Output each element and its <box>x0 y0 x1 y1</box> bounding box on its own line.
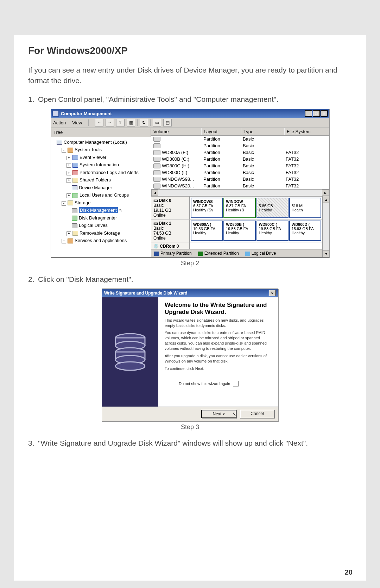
wizard-cancel-button[interactable]: Cancel <box>240 410 274 418</box>
page-number: 20 <box>345 568 353 576</box>
wizard-p3: After you upgrade a disk, you cannot use… <box>165 353 272 364</box>
legend-extended: Extended Partition <box>204 251 239 256</box>
step-1: 1.Open Control panel, "Administrative To… <box>28 94 352 105</box>
wizard-title: Write Signature and Upgrade Disk Wizard <box>104 291 187 296</box>
volume-row[interactable]: WINDOWS20... PartitionBasicFAT32 <box>151 182 329 189</box>
volume-row[interactable]: WD800D (I:) PartitionBasicFAT32 <box>151 169 329 176</box>
tree-header: Tree <box>51 128 151 137</box>
step-2-text: Click on "Disk Management". <box>38 275 133 283</box>
step-2: 2.Click on "Disk Management". <box>28 274 352 285</box>
header-banner <box>0 0 380 35</box>
col-filesystem[interactable]: File System <box>285 128 329 135</box>
wizard-window: Write Signature and Upgrade Disk Wizard … <box>102 289 278 421</box>
cursor-icon: ↖ <box>119 208 123 213</box>
wizard-p1: This wizard writes signatures on new dis… <box>165 318 272 328</box>
wizard-p4: To continue, click Next. <box>165 366 272 371</box>
svg-point-6 <box>115 362 145 370</box>
toolbar: ← → ⇧ ▦ ↻ ▭ ▤ <box>95 119 172 126</box>
volume-row[interactable]: WD800C (H:) PartitionBasicFAT32 <box>151 162 329 169</box>
tree-defrag[interactable]: Disk Defragmenter <box>66 214 150 222</box>
disk-row-cdrom[interactable]: 💿 CDRom 0 <box>151 242 322 249</box>
volume-columns: Volume Layout Type File System <box>151 128 329 136</box>
disk-row[interactable]: 🖴 Disk 1Basic74.53 GBOnline WD800A (19.5… <box>151 219 322 242</box>
tree-local-users[interactable]: +Local Users and Groups <box>66 191 150 199</box>
tree-removable[interactable]: +Removable Storage <box>66 229 150 237</box>
window-icon <box>52 110 59 117</box>
refresh-button[interactable]: ↻ <box>140 119 148 126</box>
tree-storage[interactable]: -Storage <box>62 199 150 207</box>
legend: Primary Partition Extended Partition Log… <box>151 249 322 257</box>
up-button[interactable]: ⇧ <box>116 119 125 126</box>
tree-perf-logs[interactable]: +Performance Logs and Alerts <box>66 169 150 177</box>
tree-system-tools[interactable]: -System Tools <box>62 146 150 154</box>
step-3: 3."Write Signature and Upgrade Disk Wiza… <box>28 438 352 448</box>
wizard-titlebar: Write Signature and Upgrade Disk Wizard … <box>102 289 278 297</box>
wizard-sidebar-image <box>102 297 158 407</box>
window-title: Computer Management <box>61 111 112 116</box>
intro-text: If you can see a new entry under Disk dr… <box>28 65 352 86</box>
tree-services[interactable]: +Services and Applications <box>62 237 150 245</box>
wizard-next-button[interactable]: Next > <box>201 410 236 418</box>
tree-device-manager[interactable]: Device Manager <box>66 184 150 192</box>
show-button[interactable]: ▦ <box>127 119 135 126</box>
wizard-dont-show-checkbox[interactable] <box>233 381 239 386</box>
wizard-dont-show-label: Do not show this wizard again <box>179 382 230 386</box>
caption-step2: Step 2 <box>28 260 352 267</box>
forward-button[interactable]: → <box>106 119 114 126</box>
menu-view[interactable]: View <box>72 120 82 125</box>
wizard-heading: Welcome to the Write Signature and Upgra… <box>165 302 272 316</box>
legend-logical: Logical Drive <box>252 251 276 256</box>
disk-map: 🖴 Disk 0Basic19.11 GBOnline WINDOWS6.37 … <box>151 196 322 249</box>
step-1-text: Open Control panel, "Administrative Tool… <box>38 95 278 103</box>
caption-step3: Step 3 <box>28 423 352 431</box>
step-3-text: "Write Signature and Upgrade Disk Wizard… <box>38 439 308 447</box>
disk-row[interactable]: 🖴 Disk 0Basic19.11 GBOnline WINDOWS6.37 … <box>151 197 322 219</box>
col-layout[interactable]: Layout <box>202 128 241 135</box>
wizard-footer: Next >↖ Cancel <box>102 407 278 421</box>
back-button[interactable]: ← <box>95 119 103 126</box>
cursor-icon: ↖ <box>232 411 236 419</box>
wizard-close-button[interactable]: × <box>269 290 276 296</box>
volume-row[interactable]: PartitionBasic <box>151 142 329 149</box>
menubar: Action View ← → ⇧ ▦ ↻ ▭ ▤ <box>51 118 329 128</box>
col-volume[interactable]: Volume <box>151 128 202 135</box>
h-scrollbar[interactable]: ◄► <box>151 189 329 196</box>
tool-button-2[interactable]: ▤ <box>163 119 172 126</box>
volume-row[interactable]: PartitionBasic <box>151 136 329 142</box>
tree-system-info[interactable]: +System Information <box>66 161 150 169</box>
v-scrollbar[interactable]: ▲▼ <box>322 196 329 257</box>
maximize-button[interactable]: □ <box>313 110 320 117</box>
wizard-content: Welcome to the Write Signature and Upgra… <box>158 297 278 407</box>
page-heading: For Windows2000/XP <box>28 45 352 56</box>
window-titlebar: Computer Management _ □ × <box>51 109 329 118</box>
tree-shared-folders[interactable]: +Shared Folders <box>66 176 150 184</box>
menu-action[interactable]: Action <box>53 120 66 125</box>
close-button[interactable]: × <box>321 110 328 117</box>
right-pane: Volume Layout Type File System Partition… <box>151 128 329 257</box>
tree-root[interactable]: Computer Management (Local) <box>57 138 150 146</box>
tree-logical-drives[interactable]: Logical Drives <box>66 222 150 229</box>
computer-management-window: Computer Management _ □ × Action View ← … <box>51 109 329 258</box>
tree-pane: Tree Computer Management (Local) -System… <box>51 128 151 257</box>
wizard-p2: You can use dynamic disks to create soft… <box>165 330 272 351</box>
volume-row[interactable]: WD800A (F:) PartitionBasicFAT32 <box>151 149 329 156</box>
volume-row[interactable]: WD800B (G:) PartitionBasicFAT32 <box>151 156 329 162</box>
volume-list: PartitionBasic PartitionBasicWD800A (F:)… <box>151 136 329 189</box>
tree-disk-management[interactable]: Disk Management ↖ <box>66 206 150 214</box>
tree-event-viewer[interactable]: +Event Viewer <box>66 154 150 161</box>
legend-primary: Primary Partition <box>160 251 192 256</box>
minimize-button[interactable]: _ <box>305 110 312 117</box>
page-body: For Windows2000/XP If you can see a new … <box>14 35 366 581</box>
volume-row[interactable]: WINDOWS98... PartitionBasicFAT32 <box>151 176 329 182</box>
col-type[interactable]: Type <box>241 128 285 135</box>
tool-button-1[interactable]: ▭ <box>153 119 161 126</box>
